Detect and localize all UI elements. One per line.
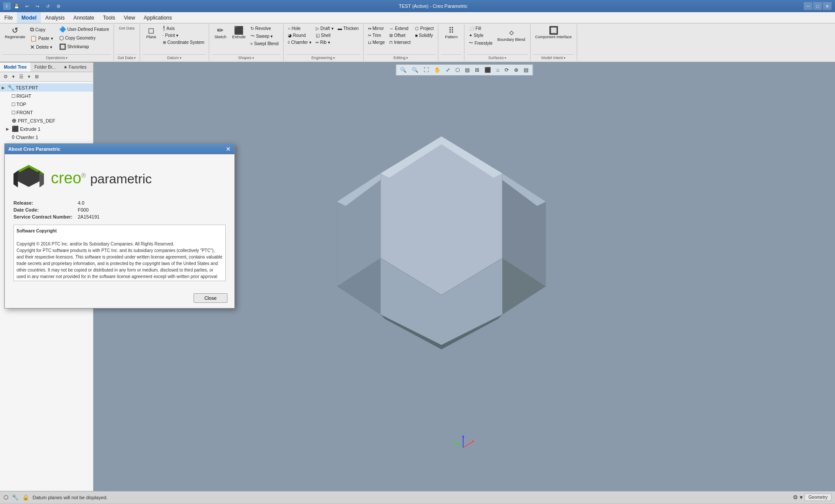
ribbon-group-shapes: ✏ Sketch ⬛ Extrude ↻ Revolve 〜 Sweep ▾ [209, 24, 284, 61]
tree-settings-button[interactable]: ⚙ [2, 73, 10, 80]
extrude-button[interactable]: ⬛ Extrude [230, 25, 248, 41]
tree-item-top[interactable]: □ TOP [0, 100, 93, 108]
zoom-area-button[interactable]: ⛶ [421, 66, 431, 74]
tree-filter-button[interactable]: ▾ [10, 73, 17, 80]
dialog-close-x[interactable]: ✕ [226, 146, 231, 153]
tree-columns-button[interactable]: ⊞ [33, 73, 40, 80]
quick-access-undo[interactable]: ↩ [23, 2, 31, 10]
regenerate-button[interactable]: ↺ Regenerate [3, 25, 27, 41]
thicken-button[interactable]: ▬ Thicken [336, 25, 361, 32]
close-button[interactable]: ✕ [823, 2, 832, 10]
status-mode[interactable]: Geometry [805, 494, 832, 501]
tab-favorites[interactable]: ★ Favorites [60, 63, 90, 72]
zoom-in-button[interactable]: 🔍 [398, 66, 409, 74]
project-button[interactable]: ⬡ Project [413, 25, 435, 32]
menu-applications[interactable]: Applications [140, 12, 177, 23]
shading-button[interactable]: ⬛ [482, 66, 493, 74]
quick-access-settings[interactable]: ⚙ [54, 2, 63, 10]
round-button[interactable]: ◕ Round [286, 32, 313, 39]
zoom-out-button[interactable]: 🔍 [410, 66, 421, 74]
status-icon-1[interactable]: ⬡ [3, 494, 8, 501]
restore-button[interactable]: □ [813, 2, 822, 10]
copyright-text-area[interactable]: Software Copyright Copyright © 2016 PTC … [13, 225, 226, 281]
chamfer-button[interactable]: ◊ Chamfer ▾ [286, 39, 313, 46]
mirror-label: Mirror [373, 26, 384, 31]
perspective-button[interactable]: ⊕ [512, 66, 521, 74]
menu-model[interactable]: Model [17, 12, 41, 23]
status-icon-3[interactable]: 🔒 [22, 494, 29, 501]
settings-icon[interactable]: ⚙ [793, 494, 798, 501]
coordinate-system-button[interactable]: ⊕ Coordinate System [161, 39, 206, 46]
shapes-chevron: ▾ [252, 56, 254, 60]
quick-access-save[interactable]: 💾 [12, 2, 21, 10]
menu-analysis[interactable]: Analysis [41, 12, 69, 23]
boundary-blend-button[interactable]: ⬦ Boundary Blend [495, 25, 527, 43]
sweep-button[interactable]: 〜 Sweep ▾ [249, 32, 281, 40]
chamfer-label: Chamfer [291, 40, 307, 45]
plane-button[interactable]: ◻ Plane [143, 25, 160, 41]
tree-item-right[interactable]: □ RIGHT [0, 92, 93, 100]
freestyle-icon: 〜 [469, 40, 473, 46]
component-interface-button[interactable]: 🔲 Component Interface [533, 25, 574, 41]
menu-file[interactable]: File [0, 12, 17, 23]
delete-button[interactable]: ✕ Delete ▾ [28, 43, 55, 51]
dialog-close-button[interactable]: Close [194, 293, 227, 303]
shrinkwrap-button[interactable]: 🔲 Shrinkwrap [57, 43, 111, 51]
pan-button[interactable]: ✋ [432, 66, 443, 74]
fill-button[interactable]: ⬜ Fill [467, 25, 494, 32]
extend-button[interactable]: ↔ Extend [387, 25, 412, 32]
merge-button[interactable]: ⊔ Merge [366, 39, 387, 46]
minimize-button[interactable]: ─ [804, 2, 812, 10]
orient-button[interactable]: ⬡ [453, 66, 462, 74]
tree-item-chamfer1[interactable]: ◊ Chamfer 1 [0, 133, 93, 141]
shell-button[interactable]: ◱ Shell [314, 32, 335, 39]
menu-tools[interactable]: Tools [99, 12, 120, 23]
point-button[interactable]: · Point ▾ [161, 32, 206, 39]
copy-geometry-button[interactable]: ⬡ Copy Geometry [57, 34, 111, 42]
user-defined-button[interactable]: 🔷 User-Defined Feature [57, 25, 111, 33]
editing-label-text: Editing [394, 56, 406, 60]
tree-display-arrow[interactable]: ▾ [26, 73, 32, 80]
pattern-button[interactable]: ⠿ Pattern [443, 25, 460, 41]
rib-button[interactable]: ═ Rib ▾ [314, 39, 335, 46]
revolve-icon: ↻ [250, 26, 254, 31]
revolve-button[interactable]: ↻ Revolve [249, 25, 281, 32]
tree-display-button[interactable]: ☰ [17, 73, 25, 80]
fit-button[interactable]: ⤢ [444, 66, 452, 74]
axis-button[interactable]: ╿ Axis [161, 25, 206, 32]
paste-button[interactable]: 📋 Paste ▾ [28, 34, 55, 43]
tree-item-csys[interactable]: ⊕ PRT_CSYS_DEF [0, 116, 93, 125]
freestyle-button[interactable]: 〜 Freestyle [467, 39, 494, 47]
solidify-button[interactable]: ■ Solidify [413, 32, 435, 39]
sketch-button[interactable]: ✏ Sketch [212, 25, 229, 41]
mirror-button[interactable]: ⇔ Mirror [366, 25, 387, 32]
copy-button[interactable]: ⧉ Copy [28, 25, 55, 34]
offset-button[interactable]: ⊞ Offset [387, 32, 412, 39]
help-icon[interactable]: ▾ [800, 494, 803, 501]
tree-item-front[interactable]: □ FRONT [0, 108, 93, 116]
ribbon-group-surfaces: ⬜ Fill ✦ Style 〜 Freestyle ⬦ Boundary Bl… [464, 24, 530, 61]
quick-access-regen[interactable]: ↺ [43, 2, 52, 10]
swept-blend-button[interactable]: ≈ Swept Blend [249, 40, 281, 47]
view-named-button[interactable]: ▤ [463, 66, 472, 74]
regenerate-icon: ↺ [12, 27, 18, 34]
tab-model-tree[interactable]: Model Tree [0, 63, 30, 72]
round-label: Round [293, 33, 306, 38]
saved-orient-button[interactable]: ⊞ [473, 66, 481, 74]
menu-annotate[interactable]: Annotate [69, 12, 99, 23]
tree-item-testprt[interactable]: ▶ 🔧 TEST.PRT [0, 83, 93, 92]
draft-button[interactable]: ▷ Draft ▾ [314, 25, 335, 32]
trim-button[interactable]: ✂ Trim [366, 32, 387, 39]
status-icon-2[interactable]: 🔧 [12, 494, 19, 501]
style-button[interactable]: ✦ Style [467, 32, 494, 39]
section-button[interactable]: ▤ [521, 66, 531, 74]
coordinate-axes [450, 430, 476, 456]
intersect-button[interactable]: ⊓ Intersect [387, 39, 412, 46]
hole-button[interactable]: ○ Hole [286, 25, 313, 32]
menu-view[interactable]: View [120, 12, 140, 23]
home-button[interactable]: ⌂ [494, 66, 501, 74]
rotate-button[interactable]: ⟳ [502, 66, 511, 74]
tab-folder-browser[interactable]: Folder Br... [30, 63, 60, 72]
quick-access-redo[interactable]: ↪ [33, 2, 42, 10]
tree-item-extrude1[interactable]: ▶ ⬛ Extrude 1 [0, 125, 93, 133]
